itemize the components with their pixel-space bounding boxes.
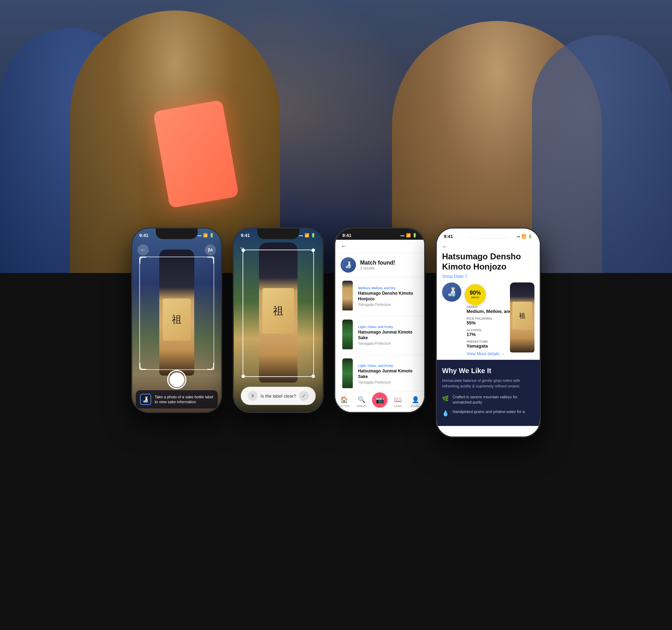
scan-label: Is the label clear? [260, 393, 296, 399]
why-item-2: 💧 Handpicked grains and pristine water f… [442, 409, 534, 416]
phone3-back-btn[interactable]: ← [341, 243, 347, 250]
camera-hint-box: 🍶 Take a photo of a sake bottle label to… [136, 390, 218, 408]
result-name-3: Hatsumago Junmai Kimoto Sake [358, 369, 419, 379]
signal-3: ▪▪▪ [400, 233, 405, 238]
detail-content: 🍶 90% Match About Medium, Mellow, and Dr… [437, 282, 540, 356]
result-tag-3: Light, Clean, and Fruity [358, 364, 419, 368]
title-line1: Hatsumago Densho [442, 252, 521, 261]
match-info: Match found! 2 results [360, 260, 395, 270]
scan-confirm-button[interactable]: ✓ [299, 391, 309, 401]
result-tag-1: Medium, Mellow, and Dry [358, 286, 419, 290]
signal-4: ▪▪▪ [517, 235, 520, 238]
profile-label: Profile [411, 404, 420, 408]
nav-for-you[interactable]: 🏠 For You [335, 394, 353, 410]
why-item-1: 🌿 Crafted in serene mountain valleys for… [442, 394, 534, 405]
phone1-screen: 9:41 ▪▪▪ 📶 🔋 祖 ← βA [132, 229, 221, 412]
dot-tr [312, 248, 315, 252]
result-bottle-3 [341, 358, 355, 390]
green-bottle-img-2 [342, 358, 353, 388]
notch-2 [257, 229, 299, 239]
status-icons-3: ▪▪▪ 📶 🔋 [400, 233, 417, 238]
time-2: 9:41 [241, 233, 250, 238]
match-subtitle: 2 results [360, 266, 395, 270]
learn-label: Learn [394, 404, 402, 408]
corner-bl [139, 363, 146, 370]
result-item-1[interactable]: Medium, Mellow, and Dry Hatsumago Densho… [335, 277, 424, 316]
status-icons-2: ▪▪▪ 📶 🔋 [299, 233, 316, 238]
phone4-screen: 9:41 ▪▪▪ 📶 🔋 ← Hatsumago Densho Kimoto H… [437, 229, 540, 436]
shop-date-link[interactable]: Shop Date 7 [437, 274, 540, 282]
detail-bottle-label: 祖 [512, 302, 532, 330]
match-word: Match [471, 296, 479, 299]
time-4: 9:41 [444, 234, 453, 239]
search-icon: 🔍 [358, 396, 365, 404]
why-desc: Immaculate balance of gentle ginjo notes… [442, 378, 534, 389]
notch-1 [156, 229, 198, 239]
result-info-3: Light, Clean, and Fruity Hatsumago Junma… [358, 364, 419, 384]
result-item-3[interactable]: Light, Clean, and Fruity Hatsumago Junma… [335, 355, 424, 394]
scan-cancel-button[interactable]: ✕ [248, 391, 258, 401]
why-title: Why We Like It [442, 367, 534, 375]
shutter-button[interactable] [167, 370, 187, 389]
why-text-2: Handpicked grains and pristine water for… [453, 409, 525, 414]
results-list: Medium, Mellow, and Dry Hatsumago Densho… [335, 277, 424, 394]
for-you-icon: 🏠 [340, 396, 348, 404]
result-bottle-2 [341, 320, 355, 351]
result-info-2: Light, Clean, and Fruity Hatsumago Junma… [358, 325, 419, 345]
match-badge: 90% Match [465, 284, 486, 305]
result-bottle-1 [341, 281, 355, 312]
result-name-1: Hatsumago Densho Kimoto Honjozo [358, 291, 419, 302]
why-icon-2: 💧 [442, 410, 449, 416]
person-right [532, 35, 672, 273]
hint-icon: 🍶 [140, 394, 151, 405]
camera-frame [139, 257, 214, 370]
nav-camera-btn[interactable]: 📷 [370, 394, 389, 410]
notch-4 [467, 229, 509, 239]
signal-2: ▪▪▪ [299, 233, 303, 238]
dot-br [312, 374, 315, 378]
phone3-screen: 9:41 ▪▪▪ 📶 🔋 ← 🍶 Match found! 2 results [335, 229, 424, 412]
result-prefecture-2: Yamagata Prefecture [358, 342, 419, 345]
wifi-icon: 📶 [203, 233, 208, 238]
battery-4: 🔋 [528, 234, 533, 239]
dot-tl [241, 248, 245, 252]
profile-icon: 👤 [412, 396, 419, 404]
nav-profile[interactable]: 👤 Profile [407, 394, 424, 410]
time-1: 9:41 [139, 233, 148, 238]
icon-btn-top-right[interactable]: βA [205, 244, 216, 255]
result-item-2[interactable]: Light, Clean, and Fruity Hatsumago Junma… [335, 316, 424, 355]
battery-3: 🔋 [412, 233, 417, 238]
scan-confirm-bar: ✕ Is the label clear? ✓ [241, 387, 316, 405]
nav-learn[interactable]: 📖 Learn [389, 394, 407, 410]
brown-bottle-img [342, 281, 353, 310]
notch-3 [359, 229, 401, 239]
result-prefecture-3: Yamagata Prefecture [358, 380, 419, 384]
phone2-screen: 9:41 ▪▪▪ 📶 🔋 祖 ← ✕ Is the label clear? [234, 229, 323, 412]
phone-results: 9:41 ▪▪▪ 📶 🔋 ← 🍶 Match found! 2 results [334, 227, 425, 413]
result-tag-2: Light, Clean, and Fruity [358, 325, 419, 329]
wifi-4: 📶 [522, 234, 526, 239]
shutter-inner [169, 372, 184, 387]
phone4-back-btn[interactable]: ← [442, 244, 448, 250]
match-found-section: 🍶 Match found! 2 results [335, 253, 424, 277]
camera-nav-button[interactable]: 📷 [372, 392, 387, 408]
dot-bl [241, 374, 245, 378]
phones-container: 9:41 ▪▪▪ 📶 🔋 祖 ← βA [131, 227, 541, 438]
for-you-label: For You [338, 404, 349, 408]
result-name-2: Hatsumago Junmai Kimoto Sake [358, 330, 419, 341]
learn-icon: 📖 [394, 396, 402, 404]
battery-2: 🔋 [311, 233, 316, 238]
back-button-1[interactable]: ← [138, 244, 149, 255]
wifi-3: 📶 [406, 233, 411, 238]
detail-bottle-image: 祖 [510, 282, 534, 352]
match-percentage: 90% [470, 290, 481, 296]
nav-search[interactable]: 🔍 Search [353, 394, 370, 410]
time-3: 9:41 [342, 233, 351, 238]
battery-icon: 🔋 [209, 233, 214, 238]
why-section: Why We Like It Immaculate balance of gen… [437, 360, 540, 426]
result-info-1: Medium, Mellow, and Dry Hatsumago Densho… [358, 286, 419, 306]
phone-scan: 9:41 ▪▪▪ 📶 🔋 祖 ← ✕ Is the label clear? [233, 227, 324, 413]
phone-camera: 9:41 ▪▪▪ 📶 🔋 祖 ← βA [131, 227, 222, 413]
result-prefecture-1: Yamagata Prefecture [358, 303, 419, 307]
detail-title: Hatsumago Densho Kimoto Honjozo [437, 252, 540, 274]
